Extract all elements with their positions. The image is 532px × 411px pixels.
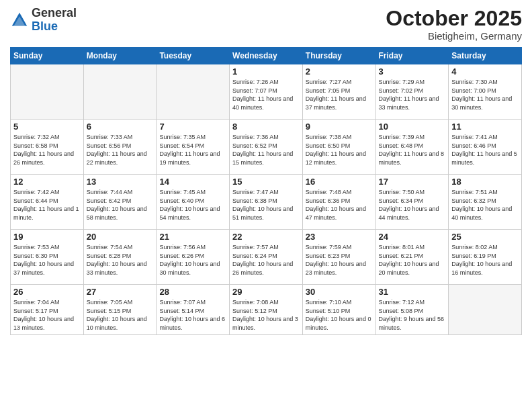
- day-info-28: Sunrise: 7:07 AM Sunset: 5:14 PM Dayligh…: [159, 298, 226, 332]
- day-1: 1 Sunrise: 7:26 AM Sunset: 7:07 PM Dayli…: [230, 64, 303, 120]
- day-14: 14 Sunrise: 7:45 AM Sunset: 6:40 PM Dayl…: [157, 175, 230, 230]
- day-number-14: 14: [159, 177, 226, 187]
- day-5: 5 Sunrise: 7:32 AM Sunset: 6:58 PM Dayli…: [11, 120, 84, 175]
- day-7: 7 Sunrise: 7:35 AM Sunset: 6:54 PM Dayli…: [157, 120, 230, 175]
- week-row-3: 12 Sunrise: 7:42 AM Sunset: 6:44 PM Dayl…: [11, 175, 522, 230]
- day-info-11: Sunrise: 7:41 AM Sunset: 6:46 PM Dayligh…: [451, 133, 519, 167]
- title-block: October 2025 Bietigheim, Germany: [386, 7, 522, 42]
- day-26: 26 Sunrise: 7:04 AM Sunset: 5:17 PM Dayl…: [11, 285, 84, 335]
- day-info-31: Sunrise: 7:12 AM Sunset: 5:08 PM Dayligh…: [379, 298, 446, 332]
- logo-blue-text: Blue: [32, 19, 58, 33]
- day-number-17: 17: [379, 177, 446, 187]
- header-thursday: Thursday: [302, 48, 375, 64]
- day-16: 16 Sunrise: 7:48 AM Sunset: 6:36 PM Dayl…: [302, 175, 375, 230]
- header-saturday: Saturday: [449, 48, 522, 64]
- day-info-17: Sunrise: 7:50 AM Sunset: 6:34 PM Dayligh…: [379, 188, 446, 222]
- day-27: 27 Sunrise: 7:05 AM Sunset: 5:15 PM Dayl…: [83, 285, 157, 335]
- day-31: 31 Sunrise: 7:12 AM Sunset: 5:08 PM Dayl…: [375, 285, 449, 335]
- day-info-24: Sunrise: 8:01 AM Sunset: 6:21 PM Dayligh…: [379, 243, 446, 277]
- day-info-8: Sunrise: 7:36 AM Sunset: 6:52 PM Dayligh…: [232, 133, 300, 167]
- day-number-28: 28: [159, 287, 226, 297]
- header-tuesday: Tuesday: [157, 48, 230, 64]
- logo-general: General: [32, 6, 77, 19]
- day-9: 9 Sunrise: 7:38 AM Sunset: 6:50 PM Dayli…: [302, 120, 375, 175]
- day-28: 28 Sunrise: 7:07 AM Sunset: 5:14 PM Dayl…: [157, 285, 230, 335]
- day-info-13: Sunrise: 7:44 AM Sunset: 6:42 PM Dayligh…: [87, 188, 154, 222]
- day-number-18: 18: [451, 177, 519, 187]
- day-number-6: 6: [87, 122, 154, 132]
- day-number-15: 15: [232, 177, 300, 187]
- day-19: 19 Sunrise: 7:53 AM Sunset: 6:30 PM Dayl…: [11, 230, 84, 285]
- day-3: 3 Sunrise: 7:29 AM Sunset: 7:02 PM Dayli…: [375, 64, 449, 120]
- day-4: 4 Sunrise: 7:30 AM Sunset: 7:00 PM Dayli…: [449, 64, 522, 120]
- day-info-9: Sunrise: 7:38 AM Sunset: 6:50 PM Dayligh…: [306, 133, 373, 167]
- header-sunday: Sunday: [11, 48, 84, 64]
- day-15: 15 Sunrise: 7:47 AM Sunset: 6:38 PM Dayl…: [230, 175, 303, 230]
- day-info-15: Sunrise: 7:47 AM Sunset: 6:38 PM Dayligh…: [232, 188, 300, 222]
- month-title: October 2025: [386, 7, 522, 30]
- day-17: 17 Sunrise: 7:50 AM Sunset: 6:34 PM Dayl…: [375, 175, 449, 230]
- day-info-4: Sunrise: 7:30 AM Sunset: 7:00 PM Dayligh…: [451, 78, 519, 111]
- empty-cell: [11, 64, 84, 120]
- day-13: 13 Sunrise: 7:44 AM Sunset: 6:42 PM Dayl…: [83, 175, 157, 230]
- day-20: 20 Sunrise: 7:54 AM Sunset: 6:28 PM Dayl…: [83, 230, 157, 285]
- day-number-3: 3: [379, 66, 446, 77]
- day-number-11: 11: [451, 122, 519, 132]
- day-10: 10 Sunrise: 7:39 AM Sunset: 6:48 PM Dayl…: [375, 120, 449, 175]
- day-info-27: Sunrise: 7:05 AM Sunset: 5:15 PM Dayligh…: [87, 298, 154, 332]
- day-number-24: 24: [379, 232, 446, 242]
- day-info-21: Sunrise: 7:56 AM Sunset: 6:26 PM Dayligh…: [159, 243, 226, 277]
- day-30: 30 Sunrise: 7:10 AM Sunset: 5:10 PM Dayl…: [302, 285, 375, 335]
- day-info-22: Sunrise: 7:57 AM Sunset: 6:24 PM Dayligh…: [232, 243, 300, 277]
- empty-cell: [157, 64, 230, 120]
- day-number-26: 26: [13, 287, 81, 297]
- day-info-6: Sunrise: 7:33 AM Sunset: 6:56 PM Dayligh…: [87, 133, 154, 167]
- day-number-31: 31: [379, 287, 446, 297]
- header-wednesday: Wednesday: [230, 48, 303, 64]
- day-number-19: 19: [13, 232, 81, 242]
- day-info-30: Sunrise: 7:10 AM Sunset: 5:10 PM Dayligh…: [306, 298, 373, 332]
- day-info-23: Sunrise: 7:59 AM Sunset: 6:23 PM Dayligh…: [306, 243, 373, 277]
- day-12: 12 Sunrise: 7:42 AM Sunset: 6:44 PM Dayl…: [11, 175, 84, 230]
- day-info-14: Sunrise: 7:45 AM Sunset: 6:40 PM Dayligh…: [159, 188, 226, 222]
- empty-cell-end: [449, 285, 522, 335]
- day-number-21: 21: [159, 232, 226, 242]
- day-info-20: Sunrise: 7:54 AM Sunset: 6:28 PM Dayligh…: [87, 243, 154, 277]
- day-number-4: 4: [451, 66, 519, 77]
- day-number-12: 12: [13, 177, 81, 187]
- logo-text: General Blue: [32, 7, 77, 34]
- day-21: 21 Sunrise: 7:56 AM Sunset: 6:26 PM Dayl…: [157, 230, 230, 285]
- day-number-30: 30: [306, 287, 373, 297]
- header-friday: Friday: [375, 48, 449, 64]
- day-info-1: Sunrise: 7:26 AM Sunset: 7:07 PM Dayligh…: [232, 78, 300, 111]
- day-number-20: 20: [87, 232, 154, 242]
- day-info-12: Sunrise: 7:42 AM Sunset: 6:44 PM Dayligh…: [13, 188, 81, 222]
- day-11: 11 Sunrise: 7:41 AM Sunset: 6:46 PM Dayl…: [449, 120, 522, 175]
- day-info-16: Sunrise: 7:48 AM Sunset: 6:36 PM Dayligh…: [306, 188, 373, 222]
- day-number-9: 9: [306, 122, 373, 132]
- day-23: 23 Sunrise: 7:59 AM Sunset: 6:23 PM Dayl…: [302, 230, 375, 285]
- day-number-27: 27: [87, 287, 154, 297]
- day-8: 8 Sunrise: 7:36 AM Sunset: 6:52 PM Dayli…: [230, 120, 303, 175]
- day-info-5: Sunrise: 7:32 AM Sunset: 6:58 PM Dayligh…: [13, 133, 81, 167]
- day-number-23: 23: [306, 232, 373, 242]
- day-number-22: 22: [232, 232, 300, 242]
- week-row-5: 26 Sunrise: 7:04 AM Sunset: 5:17 PM Dayl…: [11, 285, 522, 335]
- day-number-5: 5: [13, 122, 81, 132]
- header: General Blue October 2025 Bietigheim, Ge…: [10, 7, 522, 42]
- day-info-29: Sunrise: 7:08 AM Sunset: 5:12 PM Dayligh…: [232, 298, 300, 332]
- day-info-3: Sunrise: 7:29 AM Sunset: 7:02 PM Dayligh…: [379, 78, 446, 111]
- week-row-2: 5 Sunrise: 7:32 AM Sunset: 6:58 PM Dayli…: [11, 120, 522, 175]
- week-row-1: 1 Sunrise: 7:26 AM Sunset: 7:07 PM Dayli…: [11, 64, 522, 120]
- logo-icon: [10, 11, 29, 30]
- day-info-19: Sunrise: 7:53 AM Sunset: 6:30 PM Dayligh…: [13, 243, 81, 277]
- week-row-4: 19 Sunrise: 7:53 AM Sunset: 6:30 PM Dayl…: [11, 230, 522, 285]
- day-info-10: Sunrise: 7:39 AM Sunset: 6:48 PM Dayligh…: [379, 133, 446, 167]
- day-number-25: 25: [451, 232, 519, 242]
- day-number-2: 2: [306, 66, 373, 77]
- day-18: 18 Sunrise: 7:51 AM Sunset: 6:32 PM Dayl…: [449, 175, 522, 230]
- day-22: 22 Sunrise: 7:57 AM Sunset: 6:24 PM Dayl…: [230, 230, 303, 285]
- weekday-header-row: Sunday Monday Tuesday Wednesday Thursday…: [11, 48, 522, 64]
- day-number-8: 8: [232, 122, 300, 132]
- logo: General Blue: [10, 7, 77, 34]
